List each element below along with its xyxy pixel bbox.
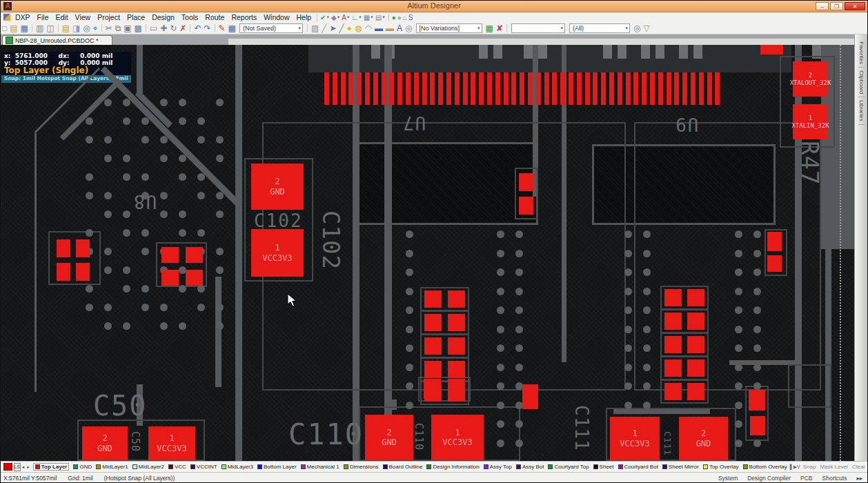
toolbar-icon[interactable]: ↷	[204, 23, 210, 34]
dropdown-arrow-icon[interactable]: ▾	[371, 14, 373, 20]
menubar-tool-icon[interactable]: ✔	[320, 14, 326, 21]
menubar-tool-icon[interactable]: A	[342, 14, 346, 21]
pcb-via[interactable]	[735, 288, 742, 295]
pcb-via[interactable]	[104, 322, 112, 330]
toolbar-icon[interactable]: ◎	[83, 23, 90, 34]
pcb-via[interactable]	[406, 268, 413, 276]
menubar-tool-icon[interactable]: ▦	[364, 14, 370, 21]
pcb-pad-vcc3v3[interactable]: 1VCC3V3	[251, 229, 304, 277]
pcb-via[interactable]	[406, 230, 413, 238]
toolbar-icon[interactable]: A	[397, 23, 402, 34]
pcb-via[interactable]	[735, 306, 742, 314]
menubar-tool-icon[interactable]: ◆	[331, 14, 337, 21]
pcb-smd-pad[interactable]	[186, 270, 203, 286]
toolbar-icon[interactable]: ◨	[72, 23, 80, 34]
toolbar-icon[interactable]: ╱	[322, 23, 326, 34]
pcb-via[interactable]	[753, 268, 761, 276]
pcb-via[interactable]	[104, 304, 112, 311]
menu-item-design[interactable]: Design	[148, 13, 178, 21]
toolbar-icon[interactable]: ▣	[124, 23, 131, 34]
pcb-via[interactable]	[753, 364, 761, 371]
pcb-via[interactable]	[216, 304, 224, 311]
pcb-via[interactable]	[160, 322, 168, 330]
pcb-via[interactable]	[497, 268, 504, 276]
pcb-via[interactable]	[515, 268, 523, 276]
pcb-smd-pad[interactable]	[448, 337, 465, 355]
pcb-pad-gnd[interactable]: 2GND	[251, 164, 304, 210]
pcb-via[interactable]	[735, 364, 742, 371]
pcb-connector-pin[interactable]	[365, 72, 370, 105]
pcb-via[interactable]	[406, 250, 413, 257]
pcb-via[interactable]	[141, 136, 149, 144]
pcb-smd-pad[interactable]	[760, 45, 783, 55]
menu-item-route[interactable]: Route	[201, 13, 228, 21]
pcb-smd-pad[interactable]	[424, 337, 442, 355]
pcb-pad-xtalout_32k[interactable]: 2XTALOUT_32K	[793, 61, 828, 97]
toolbar-icon[interactable]: ↻	[170, 23, 177, 34]
pcb-connector-pin[interactable]	[699, 72, 704, 105]
pcb-via[interactable]	[643, 230, 651, 238]
layer-tab-sheet-mirror[interactable]: Sheet Mirror	[662, 464, 699, 470]
pcb-pad-vcc3v3[interactable]: 1VCC3V3	[431, 415, 484, 460]
pcb-via[interactable]	[86, 229, 93, 237]
pcb-pad-gnd[interactable]: 2GND	[82, 426, 128, 460]
layer-tab-design-information[interactable]: Design Information	[426, 464, 479, 470]
pcb-smd-pad[interactable]	[448, 379, 465, 399]
pcb-smd-pad[interactable]	[767, 255, 782, 272]
pcb-via[interactable]	[86, 173, 93, 181]
pcb-via[interactable]	[497, 326, 504, 333]
pcb-smd-pad[interactable]	[664, 383, 682, 400]
maximize-button[interactable]: ❐	[830, 2, 843, 10]
layer-tab-dimensions[interactable]: Dimensions	[344, 464, 379, 470]
pcb-via[interactable]	[406, 382, 413, 390]
pcb-via[interactable]	[624, 250, 632, 257]
pcb-via[interactable]	[753, 382, 761, 390]
pcb-connector-pin[interactable]	[528, 72, 533, 105]
pcb-via[interactable]	[123, 117, 130, 125]
pcb-via[interactable]	[197, 136, 205, 144]
toolbar-icon[interactable]: ◍	[355, 23, 362, 34]
toolbar-icon[interactable]: ▦	[21, 23, 28, 34]
menu-item-file[interactable]: File	[34, 13, 52, 21]
pcb-connector-pin[interactable]	[569, 72, 573, 105]
pcb-via[interactable]	[141, 173, 149, 181]
pcb-via[interactable]	[497, 420, 504, 428]
chevron-down-icon[interactable]: ▾	[621, 26, 628, 31]
pcb-via[interactable]	[735, 420, 742, 428]
scroll-right-icon[interactable]: ▸	[26, 464, 31, 470]
saved-state-combo[interactable]: (Not Saved)▾	[239, 23, 303, 33]
toolbar-icon[interactable]: ●	[347, 23, 352, 34]
pcb-smd-pad[interactable]	[76, 239, 90, 257]
pcb-via[interactable]	[406, 344, 413, 352]
pcb-via[interactable]	[515, 440, 523, 447]
pcb-connector-pin[interactable]	[633, 72, 638, 105]
pcb-smd-pad[interactable]	[519, 197, 533, 215]
layer-tab-top-layer[interactable]: Top Layer	[33, 463, 70, 471]
pcb-via[interactable]	[179, 173, 186, 181]
pcb-via[interactable]	[123, 229, 130, 237]
toolbar-icon[interactable]: ✘	[496, 23, 503, 34]
pcb-smd-pad[interactable]	[76, 263, 90, 281]
pcb-connector-pin[interactable]	[414, 72, 419, 105]
pcb-connector-pin[interactable]	[324, 72, 329, 105]
pcb-smd-pad[interactable]	[186, 247, 203, 263]
pcb-via[interactable]	[735, 402, 742, 409]
pcb-via[interactable]	[624, 326, 632, 333]
pcb-connector-pin[interactable]	[544, 72, 549, 105]
pcb-smd-pad[interactable]	[767, 232, 782, 251]
pcb-via[interactable]	[406, 288, 413, 295]
layer-tab-bottom-layer[interactable]: Bottom Layer	[257, 464, 297, 470]
pcb-connector-pin[interactable]	[348, 72, 353, 105]
pcb-via[interactable]	[86, 285, 93, 293]
pcb-connector-pin[interactable]	[552, 72, 557, 105]
pcb-connector-pin[interactable]	[495, 72, 500, 105]
pcb-via[interactable]	[160, 192, 168, 199]
pcb-via[interactable]	[735, 440, 742, 447]
pcb-via[interactable]	[104, 266, 112, 274]
pcb-via[interactable]	[123, 99, 130, 106]
toolbar-icon[interactable]: ✎	[219, 23, 226, 34]
pcb-via[interactable]	[141, 229, 149, 237]
status-menu-system[interactable]: System	[718, 475, 738, 482]
pcb-via[interactable]	[216, 192, 224, 199]
pcb-via[interactable]	[753, 288, 761, 295]
